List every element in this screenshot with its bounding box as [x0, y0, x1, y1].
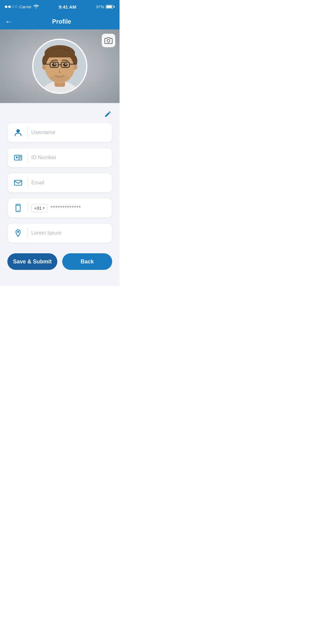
svg-point-21: [17, 129, 20, 133]
address-input[interactable]: [31, 230, 107, 236]
field-divider: [27, 127, 28, 138]
svg-point-16: [63, 63, 68, 66]
hero-section: [0, 29, 120, 103]
username-input[interactable]: [31, 129, 107, 136]
email-input[interactable]: [31, 180, 107, 186]
phone-prefix-text: +91: [34, 205, 42, 211]
chevron-down-icon: ▾: [43, 206, 45, 210]
svg-point-31: [17, 231, 19, 233]
status-time: 9:41 AM: [59, 4, 76, 10]
wifi-icon: [33, 4, 39, 10]
id-number-input[interactable]: [31, 155, 107, 161]
svg-point-19: [50, 75, 69, 82]
form-fields: +91 ▾: [0, 121, 120, 246]
envelope-icon: [13, 177, 24, 188]
edit-button[interactable]: [102, 109, 113, 120]
signal-icon: [5, 6, 17, 8]
phone-input[interactable]: [51, 205, 116, 211]
svg-point-18: [65, 63, 67, 65]
carrier-label: Carrier: [19, 5, 32, 9]
username-field-card: [7, 123, 112, 142]
phone-field-card: +91 ▾: [7, 198, 112, 218]
phone-prefix-selector[interactable]: +91 ▾: [31, 204, 48, 212]
svg-point-29: [18, 210, 19, 211]
form-section: +91 ▾ Save & Submit Back: [0, 103, 120, 286]
status-bar: Carrier 9:41 AM 97%: [0, 0, 120, 13]
save-submit-button[interactable]: Save & Submit: [7, 253, 57, 270]
user-icon: [13, 127, 24, 138]
svg-point-15: [52, 63, 56, 66]
svg-rect-27: [14, 180, 22, 185]
field-divider: [27, 152, 28, 163]
field-divider: [27, 228, 28, 239]
back-nav-button[interactable]: ←: [5, 17, 17, 25]
field-divider: [27, 202, 28, 213]
nav-title: Profile: [17, 18, 107, 25]
edit-btn-row: [0, 105, 120, 121]
status-right: 97%: [96, 5, 115, 9]
field-divider: [27, 177, 28, 188]
phone-icon: [13, 202, 24, 213]
avatar: [32, 39, 87, 94]
status-left: Carrier: [5, 4, 39, 10]
email-field-card: [7, 173, 112, 193]
nav-bar: ← Profile: [0, 13, 120, 29]
location-icon: [13, 228, 24, 239]
back-button[interactable]: Back: [62, 253, 112, 270]
id-number-field-card: [7, 148, 112, 167]
id-card-icon: [13, 152, 24, 163]
camera-icon: [105, 36, 112, 44]
address-field-card: [7, 223, 112, 243]
svg-point-17: [54, 63, 55, 65]
buttons-row: Save & Submit Back: [0, 246, 120, 280]
pencil-icon: [104, 110, 112, 118]
battery-icon: [106, 5, 115, 9]
camera-button[interactable]: [102, 34, 115, 47]
battery-percent: 97%: [96, 5, 104, 9]
svg-point-23: [16, 156, 18, 158]
